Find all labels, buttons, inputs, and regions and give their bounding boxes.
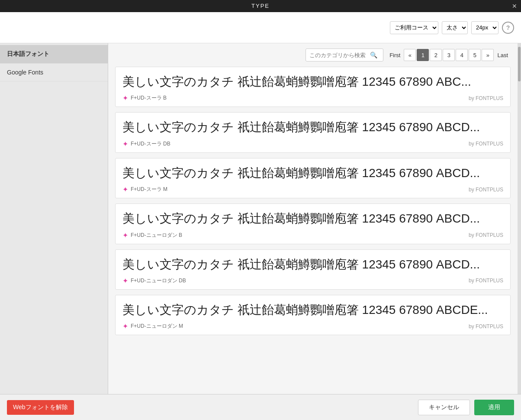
font-label-4: F+UD-ニューロダン DB <box>131 277 186 284</box>
font-by-4: by FONTPLUS <box>469 278 503 284</box>
page-3-button[interactable]: 3 <box>443 49 455 61</box>
font-name-4: ✦ F+UD-ニューロダン DB <box>122 277 186 285</box>
pagination: First « 1 2 3 4 5 » Last <box>387 49 511 61</box>
font-card-2: 美しい文字のカタチ 祇辻飴葛蛸鱒鸚噌庖箸 12345 67890 ABCD...… <box>115 158 511 198</box>
font-label-2: F+UD-スーラ M <box>131 186 167 193</box>
main-layout: 日本語フォント Google Fonts 🔍 First « 1 2 3 4 5… <box>0 43 521 394</box>
favorite-icon-4[interactable]: ✦ <box>122 277 128 285</box>
next-page-button[interactable]: » <box>482 49 494 61</box>
font-meta-1: ✦ F+UD-スーラ DB by FONTPLUS <box>122 140 503 148</box>
font-preview-5: 美しい文字のカタチ 祇辻飴葛蛸鱒鸚噌庖箸 12345 67890 ABCDE..… <box>122 302 503 318</box>
last-page-button[interactable]: Last <box>495 49 511 61</box>
search-icon: 🔍 <box>370 52 377 58</box>
font-name-1: ✦ F+UD-スーラ DB <box>122 140 170 148</box>
font-name-3: ✦ F+UD-ニューロダン B <box>122 231 182 239</box>
font-by-1: by FONTPLUS <box>469 141 503 147</box>
font-preview-0: 美しい文字のカタチ 祇辻飴葛蛸鱒鸚噌庖箸 12345 67890 ABC... <box>122 74 503 90</box>
font-name-2: ✦ F+UD-スーラ M <box>122 185 167 194</box>
font-name-5: ✦ F+UD-ニューロダン M <box>122 322 183 330</box>
favorite-icon-1[interactable]: ✦ <box>122 140 128 148</box>
scrollbar-thumb[interactable] <box>518 47 521 81</box>
font-preview-3: 美しい文字のカタチ 祇辻飴葛蛸鱒鸚噌庖箸 12345 67890 ABCD... <box>122 211 503 226</box>
toolbar: ご利用コース 太さ 12px 16px 18px 20px 24px 32px … <box>0 12 521 43</box>
font-by-5: by FONTPLUS <box>469 323 503 330</box>
favorite-icon-3[interactable]: ✦ <box>122 231 128 239</box>
app-title: TYPE <box>251 3 270 9</box>
apply-button[interactable]: 適用 <box>474 400 514 415</box>
font-meta-3: ✦ F+UD-ニューロダン B by FONTPLUS <box>122 231 503 239</box>
font-by-3: by FONTPLUS <box>469 232 503 238</box>
search-input[interactable] <box>309 52 370 58</box>
cancel-button[interactable]: キャンセル <box>418 400 470 415</box>
prev-page-button[interactable]: « <box>404 49 416 61</box>
close-button[interactable]: ✕ <box>509 0 521 12</box>
font-meta-0: ✦ F+UD-スーラ B by FONTPLUS <box>122 94 503 102</box>
sidebar-item-japanese-fonts[interactable]: 日本語フォント <box>0 45 108 64</box>
font-meta-2: ✦ F+UD-スーラ M by FONTPLUS <box>122 185 503 194</box>
bottombar: Webフォントを解除 キャンセル 適用 <box>0 394 521 420</box>
page-1-button[interactable]: 1 <box>417 49 429 61</box>
font-card-3: 美しい文字のカタチ 祇辻飴葛蛸鱒鸚噌庖箸 12345 67890 ABCD...… <box>115 204 511 244</box>
font-label-1: F+UD-スーラ DB <box>131 140 170 148</box>
font-meta-5: ✦ F+UD-ニューロダン M by FONTPLUS <box>122 322 503 330</box>
sidebar-item-google-fonts[interactable]: Google Fonts <box>0 64 108 81</box>
course-select[interactable]: ご利用コース <box>390 21 438 34</box>
scrollbar[interactable] <box>518 43 521 394</box>
favorite-icon-5[interactable]: ✦ <box>122 322 128 330</box>
first-page-button[interactable]: First <box>387 49 403 61</box>
titlebar: TYPE ✕ <box>0 0 521 12</box>
font-name-0: ✦ F+UD-スーラ B <box>122 94 167 102</box>
font-label-3: F+UD-ニューロダン B <box>131 232 182 239</box>
bottom-right-actions: キャンセル 適用 <box>418 400 514 415</box>
favorite-icon-2[interactable]: ✦ <box>122 185 128 194</box>
font-card-4: 美しい文字のカタチ 祇辻飴葛蛸鱒鸚噌庖箸 12345 67890 ABCD...… <box>115 249 511 290</box>
font-card-1: 美しい文字のカタチ 祇辻飴葛蛸鱒鸚噌庖箸 12345 67890 ABCD...… <box>115 112 511 152</box>
font-by-2: by FONTPLUS <box>469 187 503 193</box>
content-area[interactable]: 🔍 First « 1 2 3 4 5 » Last 美しい文字のカタチ 祇辻飴… <box>108 43 518 394</box>
font-by-0: by FONTPLUS <box>469 95 503 101</box>
font-preview-2: 美しい文字のカタチ 祇辻飴葛蛸鱒鸚噌庖箸 12345 67890 ABCD... <box>122 165 503 181</box>
page-2-button[interactable]: 2 <box>430 49 442 61</box>
font-preview-1: 美しい文字のカタチ 祇辻飴葛蛸鱒鸚噌庖箸 12345 67890 ABCD... <box>122 120 503 135</box>
web-font-release-button[interactable]: Webフォントを解除 <box>7 400 74 415</box>
favorite-icon-0[interactable]: ✦ <box>122 94 128 102</box>
font-size-select[interactable]: 12px 16px 18px 20px 24px 32px 48px <box>471 21 498 34</box>
font-card-5: 美しい文字のカタチ 祇辻飴葛蛸鱒鸚噌庖箸 12345 67890 ABCDE..… <box>115 295 511 335</box>
search-pagination-bar: 🔍 First « 1 2 3 4 5 » Last <box>115 48 511 61</box>
font-label-5: F+UD-ニューロダン M <box>131 323 183 330</box>
font-card-0: 美しい文字のカタチ 祇辻飴葛蛸鱒鸚噌庖箸 12345 67890 ABC... … <box>115 67 511 107</box>
page-5-button[interactable]: 5 <box>469 49 481 61</box>
size-weight-select[interactable]: 太さ <box>442 21 468 34</box>
font-meta-4: ✦ F+UD-ニューロダン DB by FONTPLUS <box>122 277 503 285</box>
font-preview-4: 美しい文字のカタチ 祇辻飴葛蛸鱒鸚噌庖箸 12345 67890 ABCD... <box>122 257 503 272</box>
help-button[interactable]: ? <box>502 22 514 34</box>
sidebar: 日本語フォント Google Fonts <box>0 43 108 394</box>
page-4-button[interactable]: 4 <box>456 49 468 61</box>
font-label-0: F+UD-スーラ B <box>131 94 167 102</box>
search-box: 🔍 <box>306 48 383 61</box>
